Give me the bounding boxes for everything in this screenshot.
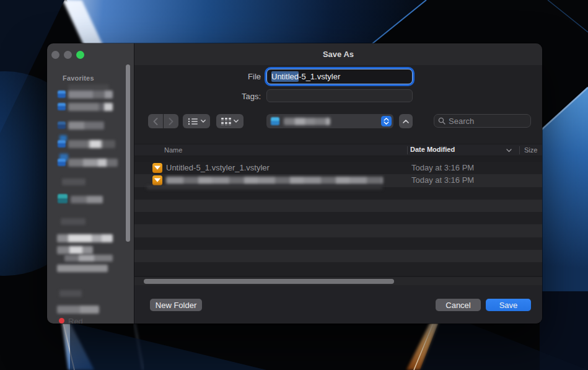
list-view-button[interactable] xyxy=(183,114,210,128)
grid-view-icon xyxy=(221,118,231,125)
grid-view-button[interactable] xyxy=(216,114,244,128)
form-section: File Untitled-5_1.vstyler Tags: xyxy=(134,65,542,144)
new-folder-button[interactable]: New Folder xyxy=(150,299,202,311)
filename-rest-text: -5_1.vstyler xyxy=(299,72,340,81)
sidebar: Favorites Red xyxy=(47,43,134,324)
search-input[interactable] xyxy=(449,117,527,126)
filename-selected-text: Untitled xyxy=(271,71,299,82)
cancel-button[interactable]: Cancel xyxy=(436,299,481,311)
redacted-text xyxy=(64,255,113,262)
column-header-date-modified[interactable]: Date Modified xyxy=(410,146,455,153)
forward-button[interactable] xyxy=(164,114,178,128)
location-name-redacted xyxy=(284,118,330,125)
search-field xyxy=(434,114,531,128)
sort-chevron-down-icon xyxy=(506,149,512,152)
chevron-left-icon xyxy=(153,118,158,125)
dialog-title: Save As xyxy=(323,50,354,59)
column-header-name[interactable]: Name xyxy=(164,146,182,154)
list-view-icon xyxy=(188,118,198,125)
horizontal-scrollbar[interactable] xyxy=(144,279,394,284)
chevron-up-icon xyxy=(403,120,409,123)
folder-icon xyxy=(58,103,66,110)
column-divider[interactable] xyxy=(519,146,520,154)
sidebar-scrollbar[interactable] xyxy=(126,64,130,242)
red-tag-label[interactable]: Red xyxy=(68,317,83,324)
titlebar: Save As xyxy=(134,43,542,65)
sidebar-item-redacted[interactable] xyxy=(57,246,93,254)
chevron-down-icon xyxy=(201,120,206,123)
column-divider[interactable] xyxy=(407,146,408,154)
chevron-down-icon xyxy=(234,120,239,123)
list-header: Name Date Modified Size xyxy=(134,144,542,156)
filename-input[interactable]: Untitled-5_1.vstyler xyxy=(266,69,413,84)
favorites-header: Favorites xyxy=(63,74,94,82)
sidebar-item-redacted[interactable] xyxy=(57,234,113,242)
sidebar-section-redacted xyxy=(61,218,86,225)
sidebar-item-redacted[interactable] xyxy=(57,306,99,314)
sidebar-section-redacted xyxy=(59,290,82,297)
dialog-content: Save As File Untitled-5_1.vstyler Tags: xyxy=(134,43,542,324)
save-as-dialog: Favorites Red xyxy=(47,43,542,324)
chevron-right-icon xyxy=(169,118,173,125)
file-date-modified: Today at 3:16 PM xyxy=(411,163,474,172)
file-list: Untitled-5_1.vstyler_1.vstyler Today at … xyxy=(134,156,542,276)
sidebar-section-redacted xyxy=(62,178,86,185)
parent-folder-button[interactable] xyxy=(399,114,413,128)
vstyler-file-icon xyxy=(152,163,162,173)
folder-icon xyxy=(271,117,279,125)
nav-buttons xyxy=(148,114,178,128)
back-button[interactable] xyxy=(148,114,163,128)
sidebar-item-redacted[interactable] xyxy=(68,159,118,167)
horizontal-scrollbar-track xyxy=(134,276,542,285)
location-select[interactable] xyxy=(266,114,393,128)
file-name-redacted xyxy=(166,177,383,184)
zoom-button[interactable] xyxy=(76,51,84,59)
folder-icon xyxy=(58,121,66,129)
sidebar-item-redacted[interactable] xyxy=(68,90,113,99)
save-button[interactable]: Save xyxy=(486,299,531,311)
sidebar-item-redacted[interactable] xyxy=(71,196,103,203)
column-header-size[interactable]: Size xyxy=(524,146,537,154)
folder-icon xyxy=(58,140,66,148)
file-date-modified: Today at 3:16 PM xyxy=(411,175,474,185)
sidebar-item-redacted[interactable] xyxy=(57,265,108,272)
folder-icon xyxy=(58,90,66,98)
minimize-button[interactable] xyxy=(64,51,72,59)
footer: New Folder Cancel Save xyxy=(134,285,542,324)
vstyler-file-icon xyxy=(152,175,162,185)
select-stepper-icon xyxy=(381,116,392,126)
drive-icon xyxy=(58,194,68,203)
close-button[interactable] xyxy=(51,51,59,59)
file-label: File xyxy=(209,72,261,81)
tags-input[interactable] xyxy=(266,89,413,102)
red-tag-icon xyxy=(59,318,64,324)
sidebar-item-redacted[interactable] xyxy=(68,103,113,111)
search-icon xyxy=(438,117,446,125)
tags-label: Tags: xyxy=(209,92,261,101)
folder-icon xyxy=(58,159,66,166)
desktop: Favorites Red xyxy=(0,0,588,370)
file-row[interactable]: Today at 3:16 PM xyxy=(134,174,542,187)
sidebar-item-redacted[interactable] xyxy=(68,140,115,148)
file-row[interactable]: Untitled-5_1.vstyler_1.vstyler Today at … xyxy=(134,162,542,174)
sidebar-item-redacted[interactable] xyxy=(68,121,104,130)
redacted-text xyxy=(147,186,382,189)
file-name: Untitled-5_1.vstyler_1.vstyler xyxy=(166,163,270,172)
